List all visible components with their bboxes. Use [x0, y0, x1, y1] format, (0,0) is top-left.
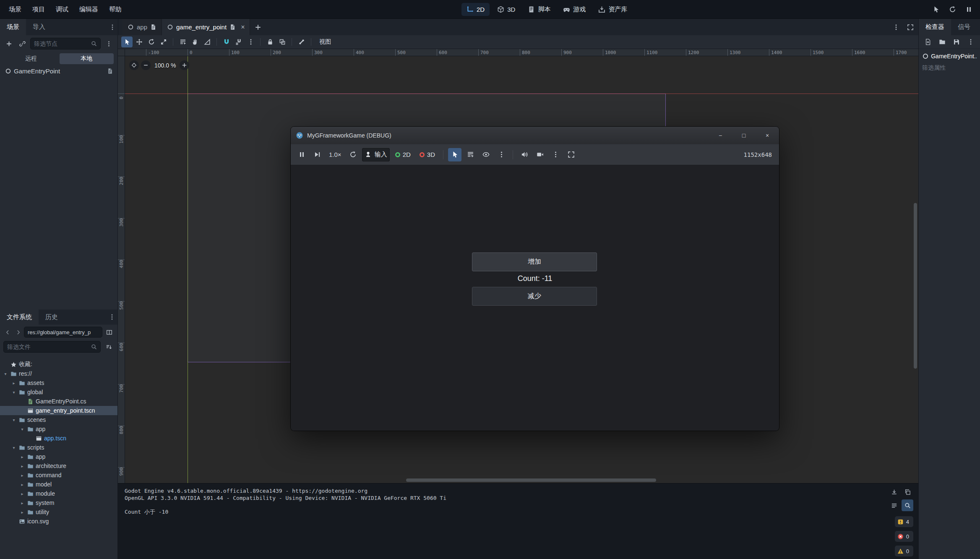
menu-project[interactable]: 项目 — [27, 0, 50, 19]
expand-arrow[interactable]: ▸ — [19, 491, 25, 496]
expand-arrow[interactable]: ▸ — [19, 455, 25, 459]
add-node-button[interactable] — [3, 38, 14, 49]
resource-options-button[interactable] — [966, 36, 975, 47]
dock-options-button[interactable] — [107, 19, 118, 35]
fs-forward-button[interactable] — [13, 327, 23, 338]
window-maximize-button[interactable]: □ — [732, 127, 756, 144]
scene-tab-app[interactable]: app — [122, 19, 162, 35]
fs-tree-item[interactable]: ▸utility — [0, 507, 117, 517]
load-resource-button[interactable] — [938, 36, 947, 47]
view-local-button[interactable]: 本地 — [60, 53, 114, 64]
tab-scene[interactable]: 场景 — [0, 19, 26, 35]
smart-snap-toggle[interactable] — [221, 36, 232, 47]
fs-tree-item[interactable]: ▾global — [0, 387, 117, 397]
tab-signals[interactable]: 信号 — [951, 19, 977, 35]
scene-filter-input[interactable] — [34, 40, 89, 47]
select-mode-button[interactable] — [448, 148, 461, 161]
save-log-button[interactable] — [888, 486, 900, 498]
expand-arrow[interactable]: ▸ — [11, 381, 17, 385]
list-select-tool-button[interactable] — [177, 36, 188, 47]
mode-3d-button[interactable]: 3D — [492, 3, 520, 16]
dock-options-button[interactable] — [107, 309, 117, 325]
scene-tree-item[interactable]: GameEntryPoint — [0, 65, 117, 76]
suspend-button[interactable] — [295, 148, 308, 161]
pause-game-button[interactable] — [962, 3, 975, 16]
tab-history[interactable]: 历史 — [39, 309, 65, 325]
instance-scene-button[interactable] — [17, 38, 28, 49]
copy-log-button[interactable] — [902, 486, 913, 498]
debugger-badge[interactable]: 4 — [895, 516, 913, 527]
lock-selection-button[interactable] — [264, 36, 276, 47]
selection-visibility-button[interactable] — [479, 148, 493, 161]
save-resource-button[interactable] — [952, 36, 961, 47]
rotate-tool-button[interactable] — [146, 36, 157, 47]
fs-tree-item[interactable]: ▾scripts — [0, 443, 117, 452]
mode-game-button[interactable]: 游戏 — [558, 3, 591, 16]
inspected-object-row[interactable]: GameEntryPoint... — [919, 49, 980, 61]
close-tab-button[interactable]: × — [241, 24, 245, 31]
camera-override-button[interactable] — [533, 148, 547, 161]
move-tool-button[interactable] — [133, 36, 145, 47]
expand-arrow[interactable]: ▾ — [11, 418, 17, 422]
mode-assetlib-button[interactable]: 资产库 — [593, 3, 632, 16]
fs-tree-item[interactable]: 收藏: — [0, 360, 117, 369]
fs-tree-item[interactable]: ▾app — [0, 424, 117, 434]
fs-tree-item[interactable]: ▸assets — [0, 378, 117, 387]
game-window-titlebar[interactable]: MyGFrameworkGame (DEBUG) −□× — [291, 127, 779, 144]
mute-audio-button[interactable] — [518, 148, 531, 161]
zoom-level[interactable]: 100.0 % — [154, 62, 176, 69]
increase-button[interactable]: 增加 — [472, 252, 597, 271]
tab-import[interactable]: 导入 — [26, 19, 52, 35]
expand-arrow[interactable]: ▾ — [11, 445, 17, 450]
menu-debug[interactable]: 调试 — [50, 0, 74, 19]
input-mode-button[interactable]: 输入 — [362, 148, 390, 161]
menu-scene[interactable]: 场景 — [3, 0, 27, 19]
group-selection-button[interactable] — [276, 36, 288, 47]
search-log-button[interactable] — [902, 499, 913, 511]
fs-tree-item[interactable]: ▸command — [0, 471, 117, 480]
fs-path-input[interactable] — [28, 329, 99, 335]
toggle-distraction-free-button[interactable] — [904, 21, 917, 34]
fs-tree-item[interactable]: game_entry_point.tscn — [0, 406, 117, 415]
fs-split-view-button[interactable] — [104, 327, 115, 338]
view-menu[interactable]: 视图 — [315, 36, 335, 47]
fs-tree-item[interactable]: ▸module — [0, 489, 117, 498]
camera-options-button[interactable] — [549, 148, 562, 161]
errors-badge[interactable]: 0 — [895, 531, 913, 542]
fs-filter-input[interactable] — [7, 343, 89, 350]
reset-time-scale-button[interactable] — [347, 148, 360, 161]
fs-tree-item[interactable]: ▸system — [0, 498, 117, 507]
expand-arrow[interactable]: ▸ — [19, 473, 25, 478]
restart-game-button[interactable] — [946, 3, 959, 16]
camera-2d-button[interactable]: 2D — [392, 148, 414, 161]
vertical-ruler[interactable]: 0100200300400500600700800900 — [118, 56, 125, 483]
window-close-button[interactable]: × — [756, 127, 779, 144]
new-resource-button[interactable] — [924, 36, 933, 47]
log-options-button[interactable] — [888, 499, 900, 511]
ruler-tool-button[interactable] — [201, 36, 213, 47]
grid-snap-toggle[interactable] — [233, 36, 244, 47]
skeleton-options-button[interactable] — [296, 36, 307, 47]
selection-list-button[interactable] — [464, 148, 477, 161]
next-frame-button[interactable] — [310, 148, 324, 161]
fs-tree-item[interactable]: ▸architecture — [0, 461, 117, 471]
horizontal-scrollbar-thumb[interactable] — [406, 478, 656, 482]
snap-options-menu[interactable] — [245, 36, 256, 47]
selection-options-button[interactable] — [495, 148, 508, 161]
scene-tab-game-entry-point[interactable]: game_entry_point× — [162, 19, 250, 35]
expand-arrow[interactable]: ▸ — [19, 464, 25, 468]
center-view-button[interactable] — [129, 60, 139, 70]
fs-tree-item[interactable]: ▾scenes — [0, 415, 117, 424]
menu-editor[interactable]: 编辑器 — [74, 0, 104, 19]
zoom-out-button[interactable] — [141, 60, 151, 70]
expand-arrow[interactable]: ▸ — [19, 510, 25, 515]
fs-sort-button[interactable] — [103, 341, 114, 352]
mode-script-button[interactable]: 脚本 — [523, 3, 555, 16]
view-remote-button[interactable]: 远程 — [4, 53, 58, 64]
vertical-scrollbar-thumb[interactable] — [914, 203, 917, 369]
fs-tree-item[interactable]: ▸app — [0, 452, 117, 461]
tab-filesystem[interactable]: 文件系统 — [0, 309, 39, 325]
pan-tool-button[interactable] — [189, 36, 201, 47]
inspector-filter-input[interactable] — [922, 64, 977, 71]
horizontal-ruler[interactable]: -100010020030040050060070080090010001100… — [125, 49, 918, 56]
